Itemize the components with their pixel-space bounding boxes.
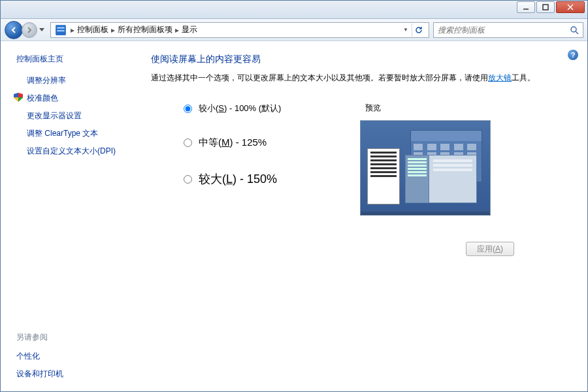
radio-large[interactable] xyxy=(184,175,192,184)
see-also-header: 另请参阅 xyxy=(16,332,127,343)
main-panel: ? 使阅读屏幕上的内容更容易 通过选择其中一个选项，可以更改屏幕上的文本大小以及… xyxy=(135,42,587,391)
search-input[interactable] xyxy=(438,25,568,35)
option-medium-label: 中等(M) - 125% xyxy=(199,137,267,149)
option-large-label: 较大(L) - 150% xyxy=(199,171,277,187)
breadcrumb: ▸ 控制面板 ▸ 所有控制面板项 ▸ 显示 xyxy=(69,24,401,35)
size-options: 较小(S) - 100% (默认) 中等(M) - 125% 较大(L) - 1… xyxy=(151,103,321,216)
sidebar-link-dpi[interactable]: 设置自定义文本大小(DPI) xyxy=(27,146,127,157)
option-small-label: 较小(S) - 100% (默认) xyxy=(199,103,281,114)
breadcrumb-seg[interactable]: 显示 xyxy=(182,24,197,35)
window: ▸ 控制面板 ▸ 所有控制面板项 ▸ 显示 ▼ 控制面板主页 xyxy=(0,0,588,392)
svg-rect-6 xyxy=(57,30,64,31)
breadcrumb-seg[interactable]: 控制面板 xyxy=(77,24,108,35)
svg-point-7 xyxy=(571,27,576,32)
breadcrumb-seg[interactable]: 所有控制面板项 xyxy=(118,24,172,35)
titlebar xyxy=(1,1,587,19)
sidebar-home-link[interactable]: 控制面板主页 xyxy=(16,54,127,65)
option-medium[interactable]: 中等(M) - 125% xyxy=(184,137,321,149)
chevron-right-icon: ▸ xyxy=(175,25,179,35)
maximize-button[interactable] xyxy=(536,1,555,13)
refresh-button[interactable] xyxy=(412,24,425,37)
address-dropdown[interactable]: ▼ xyxy=(401,27,410,33)
minimize-button[interactable] xyxy=(517,1,535,13)
svg-rect-5 xyxy=(57,27,64,28)
help-icon[interactable]: ? xyxy=(568,50,578,60)
preview-image xyxy=(360,120,491,216)
radio-small[interactable] xyxy=(184,105,192,113)
apply-button: 应用(A) xyxy=(466,242,514,256)
magnifier-link[interactable]: 放大镜 xyxy=(488,73,512,82)
navigation-bar: ▸ 控制面板 ▸ 所有控制面板项 ▸ 显示 ▼ xyxy=(1,19,587,41)
nav-history-dropdown[interactable] xyxy=(37,24,46,36)
svg-rect-1 xyxy=(543,5,548,10)
preview-column: 预览 xyxy=(360,103,569,216)
sidebar: 控制面板主页 调整分辨率 校准颜色 更改显示器设置 调整 ClearType 文… xyxy=(1,42,135,391)
sidebar-link-resolution[interactable]: 调整分辨率 xyxy=(27,75,127,86)
svg-line-8 xyxy=(576,31,578,34)
see-also-personalization[interactable]: 个性化 xyxy=(16,351,127,362)
sidebar-link-calibrate[interactable]: 校准颜色 xyxy=(27,93,127,104)
page-description: 通过选择其中一个选项，可以更改屏幕上的文本大小以及其他项。若要暂时放大部分屏幕，… xyxy=(151,72,569,84)
search-box[interactable] xyxy=(433,22,583,38)
option-small[interactable]: 较小(S) - 100% (默认) xyxy=(184,103,321,114)
content: 控制面板主页 调整分辨率 校准颜色 更改显示器设置 调整 ClearType 文… xyxy=(1,41,587,391)
back-button[interactable] xyxy=(5,21,23,39)
close-button[interactable] xyxy=(556,1,585,13)
forward-button[interactable] xyxy=(22,22,37,38)
preview-label: 预览 xyxy=(360,103,569,114)
chevron-right-icon: ▸ xyxy=(71,25,74,35)
search-icon[interactable] xyxy=(568,25,580,35)
chevron-right-icon: ▸ xyxy=(111,25,115,35)
option-large[interactable]: 较大(L) - 150% xyxy=(184,171,321,187)
address-bar[interactable]: ▸ 控制面板 ▸ 所有控制面板项 ▸ 显示 ▼ xyxy=(50,22,429,38)
control-panel-icon xyxy=(55,24,67,36)
radio-medium[interactable] xyxy=(184,139,192,147)
page-title: 使阅读屏幕上的内容更容易 xyxy=(151,54,569,65)
sidebar-link-cleartype[interactable]: 调整 ClearType 文本 xyxy=(27,128,127,139)
sidebar-link-display-settings[interactable]: 更改显示器设置 xyxy=(27,110,127,122)
see-also-devices[interactable]: 设备和打印机 xyxy=(16,368,127,380)
